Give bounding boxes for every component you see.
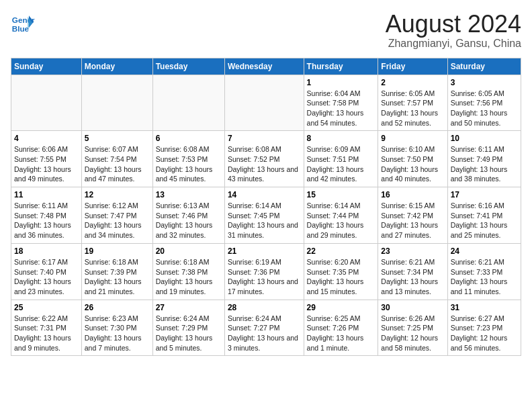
day-info: Sunrise: 6:11 AMSunset: 7:49 PMDaylight:… [451,144,518,184]
day-number: 21 [228,246,301,256]
day-info: Sunrise: 6:17 AMSunset: 7:40 PMDaylight:… [14,257,79,297]
page-subtitle: Zhangmianyi, Gansu, China [386,38,521,50]
day-info: Sunrise: 6:05 AMSunset: 7:56 PMDaylight:… [451,89,518,128]
day-info: Sunrise: 6:08 AMSunset: 7:53 PMDaylight:… [156,144,222,184]
calendar-cell: 22Sunrise: 6:20 AMSunset: 7:35 PMDayligh… [304,243,378,300]
calendar-cell: 25Sunrise: 6:22 AMSunset: 7:31 PMDayligh… [11,300,82,356]
day-number: 2 [381,78,444,87]
day-number: 15 [307,190,375,199]
day-info: Sunrise: 6:23 AMSunset: 7:30 PMDaylight:… [85,314,150,353]
calendar-cell: 31Sunrise: 6:27 AMSunset: 7:23 PMDayligh… [447,300,521,356]
day-info: Sunrise: 6:18 AMSunset: 7:38 PMDaylight:… [156,257,222,297]
calendar-cell: 14Sunrise: 6:14 AMSunset: 7:45 PMDayligh… [224,187,304,244]
day-info: Sunrise: 6:12 AMSunset: 7:47 PMDaylight:… [85,201,150,240]
day-number: 30 [381,303,444,312]
header-wednesday: Wednesday [224,58,304,75]
day-number: 5 [85,134,150,143]
calendar-cell: 23Sunrise: 6:21 AMSunset: 7:34 PMDayligh… [378,243,447,300]
calendar-cell: 10Sunrise: 6:11 AMSunset: 7:49 PMDayligh… [447,131,521,187]
calendar-cell: 6Sunrise: 6:08 AMSunset: 7:53 PMDaylight… [152,131,224,187]
day-info: Sunrise: 6:25 AMSunset: 7:26 PMDaylight:… [307,314,375,353]
calendar-cell: 18Sunrise: 6:17 AMSunset: 7:40 PMDayligh… [11,243,82,300]
day-info: Sunrise: 6:10 AMSunset: 7:50 PMDaylight:… [381,144,444,184]
day-info: Sunrise: 6:24 AMSunset: 7:27 PMDaylight:… [228,314,301,353]
calendar-cell: 9Sunrise: 6:10 AMSunset: 7:50 PMDaylight… [378,131,447,187]
day-number: 8 [307,134,375,143]
day-number: 22 [307,246,375,256]
day-info: Sunrise: 6:04 AMSunset: 7:58 PMDaylight:… [307,89,375,128]
day-number: 6 [156,134,222,143]
logo: General Blue [11,11,35,35]
header-thursday: Thursday [304,58,378,75]
calendar-cell: 4Sunrise: 6:06 AMSunset: 7:55 PMDaylight… [11,131,82,187]
calendar-header-row: SundayMondayTuesdayWednesdayThursdayFrid… [11,58,521,75]
calendar-week-1: 1Sunrise: 6:04 AMSunset: 7:58 PMDaylight… [11,75,521,131]
day-number: 11 [14,190,79,199]
day-number: 7 [228,134,301,143]
logo-icon: General Blue [11,11,35,35]
day-info: Sunrise: 6:18 AMSunset: 7:39 PMDaylight:… [85,257,150,297]
day-info: Sunrise: 6:15 AMSunset: 7:42 PMDaylight:… [381,201,444,240]
day-info: Sunrise: 6:11 AMSunset: 7:48 PMDaylight:… [14,201,79,240]
calendar-cell: 30Sunrise: 6:26 AMSunset: 7:25 PMDayligh… [378,300,447,356]
page-title: August 2024 [386,11,521,38]
calendar-cell: 20Sunrise: 6:18 AMSunset: 7:38 PMDayligh… [152,243,224,300]
title-block: August 2024 Zhangmianyi, Gansu, China [386,11,521,50]
calendar-week-3: 11Sunrise: 6:11 AMSunset: 7:48 PMDayligh… [11,187,521,244]
calendar-cell: 3Sunrise: 6:05 AMSunset: 7:56 PMDaylight… [447,75,521,131]
day-info: Sunrise: 6:19 AMSunset: 7:36 PMDaylight:… [228,257,301,297]
calendar-cell [11,75,82,131]
day-number: 3 [451,78,518,87]
day-number: 26 [85,303,150,312]
calendar-cell: 26Sunrise: 6:23 AMSunset: 7:30 PMDayligh… [81,300,152,356]
calendar-cell: 15Sunrise: 6:14 AMSunset: 7:44 PMDayligh… [304,187,378,244]
svg-text:Blue: Blue [12,24,30,33]
day-number: 18 [14,246,79,256]
day-number: 31 [451,303,518,312]
calendar-cell [81,75,152,131]
calendar-cell: 8Sunrise: 6:09 AMSunset: 7:51 PMDaylight… [304,131,378,187]
day-info: Sunrise: 6:14 AMSunset: 7:44 PMDaylight:… [307,201,375,240]
calendar-cell: 1Sunrise: 6:04 AMSunset: 7:58 PMDaylight… [304,75,378,131]
calendar-cell: 17Sunrise: 6:16 AMSunset: 7:41 PMDayligh… [447,187,521,244]
calendar-cell: 27Sunrise: 6:24 AMSunset: 7:29 PMDayligh… [152,300,224,356]
day-number: 28 [228,303,301,312]
day-number: 24 [451,246,518,256]
day-number: 19 [85,246,150,256]
header-friday: Friday [378,58,447,75]
day-number: 25 [14,303,79,312]
calendar-week-2: 4Sunrise: 6:06 AMSunset: 7:55 PMDaylight… [11,131,521,187]
day-info: Sunrise: 6:21 AMSunset: 7:34 PMDaylight:… [381,257,444,297]
day-info: Sunrise: 6:16 AMSunset: 7:41 PMDaylight:… [451,201,518,240]
calendar-cell: 28Sunrise: 6:24 AMSunset: 7:27 PMDayligh… [224,300,304,356]
header-saturday: Saturday [447,58,521,75]
day-number: 14 [228,190,301,199]
day-info: Sunrise: 6:27 AMSunset: 7:23 PMDaylight:… [451,314,518,353]
calendar-week-4: 18Sunrise: 6:17 AMSunset: 7:40 PMDayligh… [11,243,521,300]
calendar-cell [224,75,304,131]
calendar-cell: 29Sunrise: 6:25 AMSunset: 7:26 PMDayligh… [304,300,378,356]
day-number: 16 [381,190,444,199]
day-number: 17 [451,190,518,199]
day-info: Sunrise: 6:08 AMSunset: 7:52 PMDaylight:… [228,144,301,184]
day-info: Sunrise: 6:22 AMSunset: 7:31 PMDaylight:… [14,314,79,353]
day-number: 29 [307,303,375,312]
day-info: Sunrise: 6:05 AMSunset: 7:57 PMDaylight:… [381,89,444,128]
day-info: Sunrise: 6:07 AMSunset: 7:54 PMDaylight:… [85,144,150,184]
day-number: 13 [156,190,222,199]
day-number: 23 [381,246,444,256]
calendar-cell: 24Sunrise: 6:21 AMSunset: 7:33 PMDayligh… [447,243,521,300]
calendar-cell: 7Sunrise: 6:08 AMSunset: 7:52 PMDaylight… [224,131,304,187]
day-number: 10 [451,134,518,143]
calendar-cell: 5Sunrise: 6:07 AMSunset: 7:54 PMDaylight… [81,131,152,187]
calendar-cell [152,75,224,131]
day-info: Sunrise: 6:14 AMSunset: 7:45 PMDaylight:… [228,201,301,240]
day-info: Sunrise: 6:26 AMSunset: 7:25 PMDaylight:… [381,314,444,353]
calendar-cell: 13Sunrise: 6:13 AMSunset: 7:46 PMDayligh… [152,187,224,244]
calendar-cell: 12Sunrise: 6:12 AMSunset: 7:47 PMDayligh… [81,187,152,244]
day-number: 4 [14,134,79,143]
header-monday: Monday [81,58,152,75]
day-number: 27 [156,303,222,312]
calendar-table: SundayMondayTuesdayWednesdayThursdayFrid… [11,58,521,357]
day-info: Sunrise: 6:06 AMSunset: 7:55 PMDaylight:… [14,144,79,184]
